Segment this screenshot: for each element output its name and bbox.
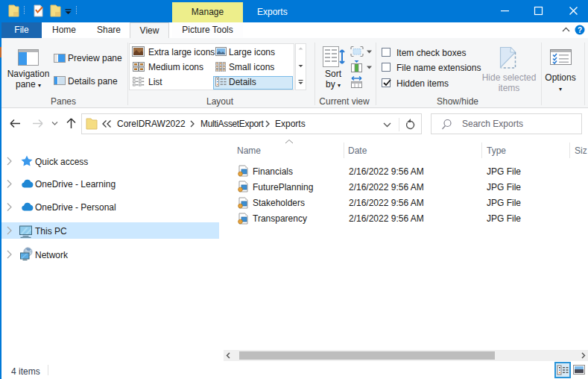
- svg-text:?: ?: [578, 26, 582, 34]
